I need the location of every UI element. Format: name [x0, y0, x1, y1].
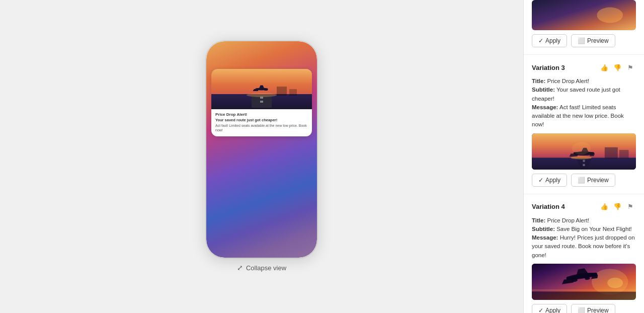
right-panel: ✓ Apply ⬜ Preview Variation 3 👍 👎 ⚑ Titl… — [523, 0, 644, 313]
variation-4-section: Variation 4 👍 👎 ⚑ Title: Price Drop Aler… — [524, 194, 644, 314]
variation-4-title-value: Price Drop Alert! — [547, 217, 589, 223]
top-apply-label: Apply — [545, 37, 560, 44]
variation-3-title-label: Title: — [532, 78, 545, 84]
variation-3-apply-check-icon: ✓ — [538, 177, 543, 184]
collapse-view-button[interactable]: ⤢ Collapse view — [237, 264, 286, 272]
variation-4-subtitle-label: Subtitle: — [532, 226, 555, 232]
variation-3-preview-label: Preview — [587, 177, 609, 184]
top-preview-button[interactable]: ⬜ Preview — [571, 34, 615, 47]
phone-background: Price Drop Alert! Your saved route just … — [206, 41, 317, 258]
svg-point-27 — [571, 156, 592, 159]
variation-4-apply-button[interactable]: ✓ Apply — [532, 304, 567, 313]
variation-4-apply-check-icon: ✓ — [538, 307, 543, 313]
variation-3-title: Variation 3 — [532, 64, 565, 71]
collapse-label: Collapse view — [246, 264, 286, 272]
variation-3-apply-label: Apply — [545, 177, 560, 184]
variation-4-title: Variation 4 — [532, 203, 565, 210]
notification-image-svg — [211, 69, 312, 109]
variation-3-thumbdown-button[interactable]: 👎 — [612, 62, 623, 73]
top-apply-check-icon: ✓ — [538, 37, 543, 44]
variation-3-buttons: ✓ Apply ⬜ Preview — [532, 174, 636, 187]
notification-card: Price Drop Alert! Your saved route just … — [211, 69, 312, 136]
svg-point-28 — [572, 142, 591, 154]
notif-title: Price Drop Alert! — [215, 112, 308, 117]
variation-4-thumbdown-button[interactable]: 👎 — [612, 201, 623, 212]
variation-4-header: Variation 4 👍 👎 ⚑ — [532, 201, 636, 212]
top-variation-section: ✓ Apply ⬜ Preview — [524, 0, 644, 55]
top-variation-buttons: ✓ Apply ⬜ Preview — [532, 34, 636, 47]
variation-4-actions: 👍 👎 ⚑ — [599, 201, 636, 212]
svg-rect-26 — [619, 149, 629, 159]
svg-rect-10 — [277, 87, 287, 96]
variation-4-subtitle-value: Save Big on Your Next Flight! — [556, 226, 632, 232]
top-thumb-svg — [532, 0, 636, 30]
svg-point-12 — [247, 93, 277, 97]
variation-4-thumb-svg — [532, 264, 636, 300]
variation-3-thumbnail — [532, 133, 636, 170]
phone-frame: Price Drop Alert! Your saved route just … — [206, 41, 317, 258]
svg-marker-23 — [570, 153, 579, 156]
variation-3-section: Variation 3 👍 👎 ⚑ Title: Price Drop Aler… — [524, 55, 644, 194]
variation-4-message-label: Message: — [532, 234, 558, 241]
top-preview-icon: ⬜ — [578, 37, 585, 44]
notif-subtitle: Your saved route just got cheaper! — [215, 118, 308, 122]
svg-rect-11 — [289, 89, 297, 96]
variation-4-buttons: ✓ Apply ⬜ Preview — [532, 304, 636, 313]
top-variation-thumb — [532, 0, 636, 30]
variation-3-title-value: Price Drop Alert! — [547, 78, 589, 84]
variation-3-subtitle-label: Subtitle: — [532, 87, 555, 93]
variation-3-preview-icon: ⬜ — [578, 177, 585, 184]
variation-4-flag-button[interactable]: ⚑ — [625, 201, 636, 212]
notification-image — [211, 69, 312, 109]
svg-point-14 — [597, 7, 623, 23]
phone-screen: Price Drop Alert! Your saved route just … — [206, 41, 317, 258]
svg-rect-18 — [583, 160, 585, 162]
svg-rect-4 — [260, 101, 263, 103]
variation-4-thumbnail — [532, 264, 636, 300]
phone-container: Price Drop Alert! Your saved route just … — [206, 41, 317, 258]
svg-point-31 — [607, 277, 623, 288]
top-preview-label: Preview — [587, 37, 609, 44]
variation-4-title-label: Title: — [532, 217, 545, 223]
variation-4-preview-label: Preview — [587, 307, 609, 313]
variation-3-thumbup-button[interactable]: 👍 — [599, 62, 610, 73]
variation-3-info: Title: Price Drop Alert! Subtitle: Your … — [532, 77, 636, 129]
preview-panel: Price Drop Alert! Your saved route just … — [0, 0, 523, 313]
variation-3-actions: 👍 👎 ⚑ — [599, 62, 636, 73]
variation-3-preview-button[interactable]: ⬜ Preview — [571, 174, 615, 187]
variation-3-thumb-svg — [532, 133, 636, 170]
collapse-icon: ⤢ — [237, 264, 243, 272]
variation-4-info: Title: Price Drop Alert! Subtitle: Save … — [532, 216, 636, 260]
svg-rect-40 — [532, 291, 636, 299]
variation-3-header: Variation 3 👍 👎 ⚑ — [532, 62, 636, 73]
variation-4-preview-button[interactable]: ⬜ Preview — [571, 304, 615, 313]
variation-3-flag-button[interactable]: ⚑ — [625, 62, 636, 73]
notification-text: Price Drop Alert! Your saved route just … — [211, 109, 312, 136]
variation-4-preview-icon: ⬜ — [578, 307, 585, 313]
variation-3-apply-button[interactable]: ✓ Apply — [532, 174, 567, 187]
notif-message: Act fast! Limited seats available at the… — [215, 123, 308, 132]
svg-rect-19 — [583, 164, 585, 166]
variation-4-thumbup-button[interactable]: 👍 — [599, 201, 610, 212]
variation-4-apply-label: Apply — [545, 307, 560, 313]
svg-rect-25 — [605, 147, 618, 159]
top-apply-button[interactable]: ✓ Apply — [532, 34, 567, 47]
variation-3-message-label: Message: — [532, 104, 558, 110]
